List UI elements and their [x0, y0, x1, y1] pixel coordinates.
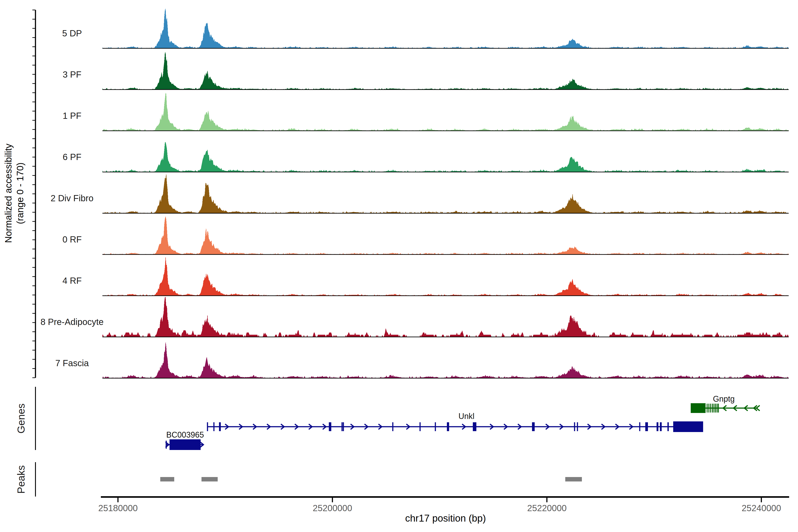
coverage-track-area: [102, 8, 789, 48]
x-tick-label: 25240000: [742, 503, 781, 513]
x-axis-title: chr17 position (bp): [405, 513, 486, 524]
track-label: 3 PF: [63, 70, 81, 80]
genome-browser-figure: Normalized accessibility (range 0 - 170)…: [0, 0, 798, 532]
gene-label: Gnptg: [713, 394, 735, 404]
y-axis-title: Normalized accessibility (range 0 - 170): [3, 144, 26, 243]
called-peak-bar: [160, 477, 174, 481]
coverage-track-area: [102, 341, 789, 378]
gene-label: Unkl: [458, 412, 474, 421]
gene-final-exon-box: [673, 421, 703, 432]
genome-tracks-canvas: [0, 0, 798, 532]
called-peak-bar: [565, 477, 582, 481]
peaks-section-label: Peaks: [15, 465, 27, 494]
coverage-track-area: [102, 142, 789, 172]
track-label: 0 RF: [62, 234, 82, 245]
track-label: 1 PF: [63, 111, 81, 121]
coverage-track-area: [102, 297, 789, 337]
coverage-track-area: [102, 216, 789, 254]
track-label: 2 Div Fibro: [51, 193, 93, 203]
track-label: 5 DP: [62, 28, 82, 38]
coverage-track-area: [102, 93, 789, 131]
genes-section-label: Genes: [15, 403, 27, 434]
track-label: 8 Pre-Adipocyte: [41, 317, 104, 327]
x-tick-label: 25180000: [98, 503, 138, 513]
coverage-track-area: [102, 256, 789, 296]
coverage-track-area: [102, 53, 789, 90]
y-axis-title-line2: (range 0 - 170): [14, 144, 26, 243]
track-label: 6 PF: [63, 152, 81, 162]
coverage-track-area: [102, 173, 789, 213]
gene-label: BC003965: [166, 430, 204, 440]
y-axis-title-line1: Normalized accessibility: [3, 144, 14, 243]
gene-exon-box: [691, 403, 706, 413]
x-tick-label: 25220000: [527, 503, 567, 513]
gene-exon-box: [170, 439, 201, 450]
track-label: 4 RF: [62, 276, 82, 286]
track-label: 7 Fascia: [55, 358, 89, 368]
called-peak-bar: [202, 477, 218, 481]
x-tick-label: 25200000: [313, 503, 352, 513]
